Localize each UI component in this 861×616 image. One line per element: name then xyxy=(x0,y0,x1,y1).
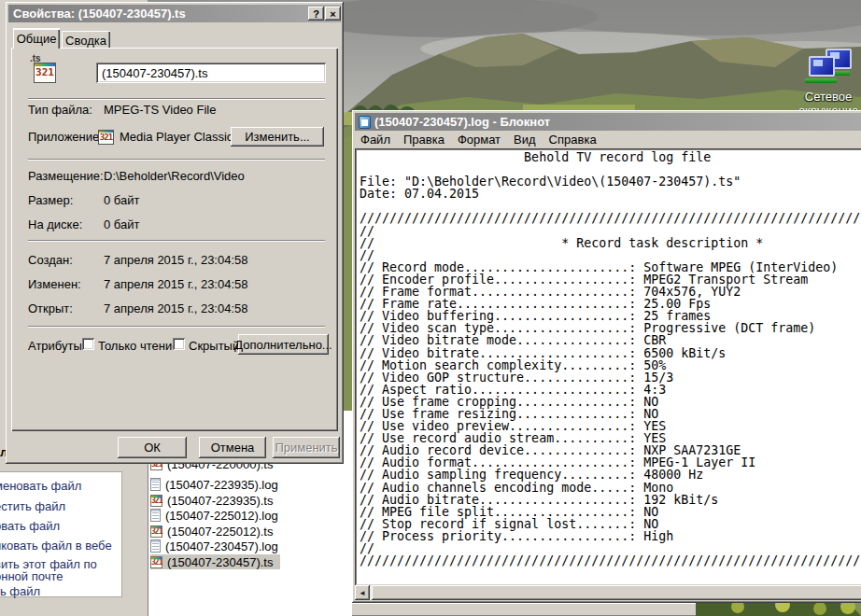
hidden-label: Скрытый xyxy=(189,339,239,353)
ts-file-icon: 321 xyxy=(150,556,162,568)
dialog-title: Свойства: (150407-230457).ts xyxy=(13,7,186,21)
task-link-move[interactable]: естить файл xyxy=(0,499,65,513)
file-row[interactable]: (150407-230457).log xyxy=(150,539,278,553)
accessed-value: 7 апреля 2015 г., 23:04:58 xyxy=(104,301,248,315)
notepad-icon xyxy=(359,116,371,129)
file-name: (150407-223935).ts xyxy=(167,494,273,508)
file-name: (150407-230457).ts xyxy=(167,555,273,569)
notepad-text-area[interactable]: Behold TV record log file File: "D:\Beho… xyxy=(355,148,861,585)
menu-view[interactable]: Вид xyxy=(508,131,543,148)
ts-file-icon: 321 xyxy=(150,525,162,538)
close-icon[interactable]: × xyxy=(325,7,341,21)
properties-dialog: Свойства: (150407-230457).ts ? × Общие С… xyxy=(6,2,344,464)
modified-value: 7 апреля 2015 г., 23:04:58 xyxy=(104,277,248,291)
created-label: Создан: xyxy=(28,253,73,267)
change-app-button[interactable]: Изменить... xyxy=(231,127,324,147)
notepad-window: (150407-230457).log - Блокнот Файл Правк… xyxy=(352,110,861,603)
location-label: Размещение: xyxy=(28,169,104,183)
size-on-disk-value: 0 байт xyxy=(104,217,139,231)
tab-summary[interactable]: Сводка xyxy=(62,31,110,48)
file-row[interactable]: 321 (150407-225012).ts xyxy=(150,524,273,539)
notepad-menubar: Файл Правка Формат Вид Справка xyxy=(355,131,861,148)
tab-general[interactable]: Общие xyxy=(13,28,60,49)
apply-button[interactable]: Применить xyxy=(273,437,340,458)
explorer-window-bottom-edge xyxy=(352,603,696,616)
log-file-icon xyxy=(150,509,161,522)
size-label: Размер: xyxy=(28,193,73,207)
app-label: Приложение: xyxy=(28,130,103,144)
filename-value: (150407-230457).ts xyxy=(102,66,207,80)
task-link-publish[interactable]: иковать файл в вебе xyxy=(0,539,112,553)
tab-page-general: .ts 321 (150407-230457).ts Тип файла: MP… xyxy=(11,48,338,431)
file-row-selected[interactable]: 321 (150407-230457).ts xyxy=(150,554,280,569)
task-link-copy[interactable]: овать файл xyxy=(0,519,60,533)
horizontal-scrollbar[interactable]: ◄ xyxy=(355,585,861,600)
log-file-icon xyxy=(150,539,161,553)
app-value: Media Player Classic - xyxy=(120,130,240,144)
readonly-label: Только чтение xyxy=(98,339,178,353)
media-player-classic-icon: 321 xyxy=(98,130,114,145)
menu-edit[interactable]: Правка xyxy=(398,131,452,148)
file-name: (150407-225012).log xyxy=(165,509,278,523)
scrollbar-thumb[interactable] xyxy=(372,585,861,600)
task-link-rename[interactable]: меновать файл xyxy=(0,479,81,493)
notepad-text: Behold TV record log file File: "D:\Beho… xyxy=(360,151,861,567)
file-name: (150407-230457).log xyxy=(165,539,278,553)
hidden-checkbox[interactable] xyxy=(173,338,185,350)
menu-format[interactable]: Формат xyxy=(452,131,508,148)
separator xyxy=(28,240,325,242)
task-link-delete[interactable]: ть файл xyxy=(0,584,40,598)
advanced-button[interactable]: Дополнительно... xyxy=(238,334,329,355)
ok-button[interactable]: ОК xyxy=(118,437,187,458)
separator xyxy=(28,326,325,328)
monitor-front-icon xyxy=(809,56,835,77)
file-row[interactable]: (150407-225012).log xyxy=(150,508,278,523)
file-name: (150407-225012).ts xyxy=(167,525,273,539)
readonly-checkbox[interactable] xyxy=(82,338,94,350)
file-tasks-box: меновать файл естить файл овать файл ико… xyxy=(0,471,122,597)
menu-help[interactable]: Справка xyxy=(543,131,604,148)
cancel-button[interactable]: Отмена xyxy=(199,437,266,458)
file-name: (150407-223935).log xyxy=(165,478,278,492)
separator xyxy=(28,98,325,100)
ts-file-icon: 321 xyxy=(150,495,162,507)
scroll-left-arrow-icon[interactable]: ◄ xyxy=(355,585,370,600)
separator xyxy=(28,159,325,161)
dialog-titlebar[interactable]: Свойства: (150407-230457).ts xyxy=(8,5,341,22)
ts-file-type-icon: .ts 321 xyxy=(28,53,62,87)
accessed-label: Открыт: xyxy=(28,301,73,315)
attributes-label: Атрибуты: xyxy=(28,339,85,353)
network-places-label-line1: Сетевое xyxy=(777,90,861,104)
size-value: 0 байт xyxy=(104,193,139,207)
type-label: Тип файла: xyxy=(28,103,92,117)
menu-file[interactable]: Файл xyxy=(355,131,398,148)
type-value: MPEG-TS Video File xyxy=(104,103,216,117)
notepad-titlebar[interactable]: (150407-230457).log - Блокнот xyxy=(355,113,861,131)
size-on-disk-label: На диске: xyxy=(28,217,82,231)
modified-label: Изменен: xyxy=(28,277,81,291)
help-button[interactable]: ? xyxy=(308,7,324,21)
task-link-email-line2[interactable]: онной почте xyxy=(0,569,64,583)
notepad-title: (150407-230457).log - Блокнот xyxy=(374,115,550,129)
file-row[interactable]: 321 (150407-223935).ts xyxy=(150,493,273,508)
network-places-icon xyxy=(803,47,855,88)
file-row[interactable]: (150407-223935).log xyxy=(150,477,278,492)
location-value: D:\Beholder\Record\Video xyxy=(104,169,245,183)
log-file-icon xyxy=(150,478,161,491)
created-value: 7 апреля 2015 г., 23:04:58 xyxy=(104,253,248,267)
filename-field[interactable]: (150407-230457).ts xyxy=(96,63,326,83)
network-places-desktop-icon[interactable]: Сетевое окружение xyxy=(777,47,861,118)
